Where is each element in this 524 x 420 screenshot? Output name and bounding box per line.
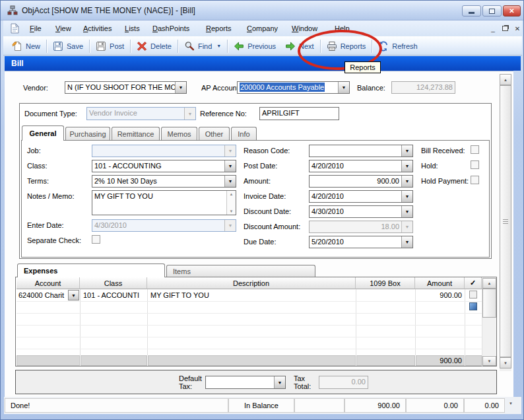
grid-scroll-up-button[interactable]: ▲ [482,278,496,289]
cell-amount[interactable]: 900.00 [416,290,464,302]
save-button[interactable]: Save [48,38,88,54]
reference-no-input[interactable]: APRILGIFT [259,107,339,120]
due-date-combobox[interactable]: 5/20/2010 ▼ [309,236,413,248]
default-tax-combobox[interactable]: ▼ [205,376,286,389]
tab-purchasing[interactable]: Purchasing [65,127,110,141]
cell-account[interactable]: 624000 Charit [16,290,68,302]
document-icon [10,23,20,34]
chevron-down-icon[interactable]: ▼ [401,160,412,172]
mdi-minimize-button[interactable]: _ [488,24,498,33]
next-icon [285,41,296,52]
close-button[interactable]: ✕ [503,5,521,17]
notes-memo-textarea[interactable]: MY GIFT TO YOU ▲▼ [92,190,236,215]
menu-reports[interactable]: Reports [206,20,232,36]
column-header-check[interactable]: ✓ [465,277,482,289]
cell-1099-box[interactable] [356,290,414,302]
column-header-class[interactable]: Class [80,277,147,289]
find-icon [184,41,195,52]
document-type-label: Document Type: [24,110,77,118]
new-button[interactable]: New [7,38,45,54]
scroll-up-icon[interactable]: ▲ [230,192,234,196]
chevron-down-icon[interactable]: ▼ [401,176,412,187]
balance-label: Balance: [357,84,385,92]
vendor-combobox[interactable]: N (IF YOU SHOOT FOR THE MOON) ▼ [65,81,187,94]
tab-other[interactable]: Other [199,127,230,141]
menu-activities[interactable]: Activities [83,20,112,36]
delete-icon [137,41,147,52]
chevron-down-icon[interactable]: ▼ [224,160,236,172]
chevron-down-icon[interactable]: ▼ [68,290,79,300]
main-scroll-down-button[interactable]: ▼ [500,357,511,368]
row2-active-checkbox[interactable] [469,302,477,310]
menu-dashpoints[interactable]: DashPoints [152,20,189,36]
tab-expenses[interactable]: Expenses [17,263,165,277]
chevron-down-icon[interactable]: ▼ [401,191,412,202]
chevron-down-icon[interactable]: ▼ [224,176,236,187]
scroll-down-icon[interactable]: ▼ [230,209,234,213]
chevron-down-icon[interactable]: ▼ [338,82,349,93]
notes-scrollbar[interactable]: ▲▼ [226,191,236,215]
previous-button[interactable]: Previous [229,38,280,54]
chevron-down-icon[interactable]: ▼ [401,236,412,248]
post-button[interactable]: Post [91,38,129,54]
separate-check-checkbox[interactable] [92,235,100,244]
column-header-1099-box[interactable]: 1099 Box [356,277,415,289]
main-scroll-up-button[interactable]: ▲ [500,74,511,85]
vendor-label: Vendor: [23,84,48,92]
menu-lists[interactable]: Lists [125,20,140,36]
due-date-label: Due Date: [244,238,277,246]
minimize-icon [469,12,475,14]
reference-no-label: Reference No: [200,110,247,118]
restore-button[interactable] [482,5,502,17]
column-header-description[interactable]: Description [147,277,356,289]
class-combobox[interactable]: 101 - ACCOUNTING ▼ [92,160,236,172]
tab-info[interactable]: Info [231,127,257,141]
grid-scrollbar-thumb[interactable] [482,289,496,318]
delete-button[interactable]: Delete [132,38,176,54]
find-button[interactable]: Find ▼ [180,38,226,54]
gridline [16,337,482,337]
terms-combobox[interactable]: 2% 10 Net 30 Days ▼ [92,175,236,188]
account-dropdown[interactable]: ▼ [68,290,79,300]
toolbar-separator [178,40,178,53]
invoice-date-combobox[interactable]: 4/20/2010 ▼ [309,190,413,203]
mdi-restore-button[interactable] [500,24,509,33]
discount-date-combobox[interactable]: 4/30/2010 ▼ [309,205,413,218]
separate-check-label: Separate Check: [27,236,81,244]
total-cell [356,355,415,366]
menu-view[interactable]: View [55,20,71,36]
mdi-close-button[interactable]: ✕ [513,24,522,33]
chevron-down-icon[interactable]: ▼ [175,82,186,93]
ap-account-combobox[interactable]: 200000 Accounts Payable ▼ [237,81,350,94]
cell-class[interactable]: 101 - ACCOUNTI [81,290,147,302]
chevron-down-icon[interactable]: ▼ [401,206,412,217]
grid-scroll-down-button[interactable]: ▼ [482,356,496,366]
chevron-down-icon[interactable]: ▼ [401,145,412,157]
chevron-down-icon[interactable]: ▼ [274,376,285,388]
find-dropdown-icon[interactable]: ▼ [216,44,221,48]
hold-checkbox[interactable] [471,160,479,169]
new-icon [12,41,22,52]
column-header-account[interactable]: Account [16,277,80,289]
enter-date-combobox: 4/30/2010 ▼ [92,219,236,232]
hold-payment-checkbox[interactable] [471,176,479,184]
tab-memos[interactable]: Memos [161,127,197,141]
menu-company[interactable]: Company [247,20,278,36]
cell-description[interactable]: MY GIFT TO YOU [148,290,355,302]
minimize-button[interactable] [462,5,481,17]
tab-remittance[interactable]: Remittance [112,127,160,141]
total-cell [81,355,147,366]
row1-checkbox[interactable] [469,291,477,298]
toolbar-separator [227,40,228,53]
main-scrollbar-thumb[interactable] [500,85,511,357]
balance-field: 124,273.88 [391,81,455,94]
tab-items[interactable]: Items [166,265,315,277]
reason-code-combobox[interactable]: ▼ [309,145,413,157]
post-date-combobox[interactable]: 4/20/2010 ▼ [309,160,413,172]
amount-field[interactable]: 900.00 ▼ [309,175,413,188]
column-header-amount[interactable]: Amount [415,277,465,289]
default-tax-label: Default Tax: [179,374,202,390]
menu-file[interactable]: File [30,20,42,36]
tab-general[interactable]: General [22,125,64,141]
bill-received-checkbox[interactable] [471,145,479,154]
